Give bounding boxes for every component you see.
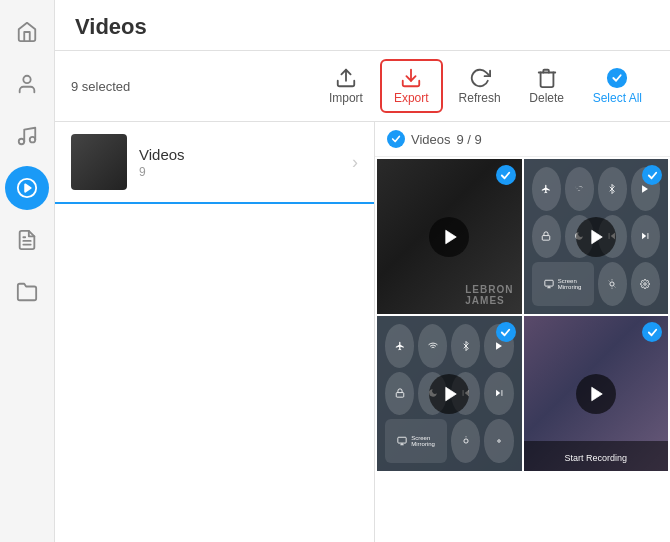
play-button-2[interactable]: [576, 217, 616, 257]
play-button-1[interactable]: [429, 217, 469, 257]
export-button[interactable]: Export: [380, 59, 443, 113]
cc-icon-bluetooth: [598, 167, 627, 211]
svg-marker-10: [446, 230, 457, 244]
cc3-icon-lock: [385, 372, 414, 416]
sidebar-item-music[interactable]: [5, 114, 49, 158]
svg-marker-11: [643, 185, 649, 193]
refresh-button[interactable]: Refresh: [447, 61, 513, 111]
delete-label: Delete: [529, 91, 564, 105]
cc3-icon-brightness: [451, 419, 480, 463]
cc3-icon-settings: [484, 419, 513, 463]
svg-marker-40: [592, 387, 603, 401]
page-header: Videos: [55, 0, 670, 51]
folder-thumb-image: [71, 134, 127, 190]
cc-icon-airplane: [532, 167, 561, 211]
cc-icon-brightness: [598, 262, 627, 306]
svg-marker-31: [496, 390, 500, 397]
export-label: Export: [394, 91, 429, 105]
video-item-3[interactable]: ScreenMirroring: [377, 316, 522, 471]
select-all-button[interactable]: Select All: [581, 61, 654, 111]
import-button[interactable]: Import: [316, 61, 376, 111]
right-panel: Videos 9 / 9 LE: [375, 122, 670, 542]
all-selected-check: [387, 130, 405, 148]
cc3-icon-skip-forward: [484, 372, 513, 416]
svg-marker-27: [496, 342, 502, 350]
play-button-4[interactable]: [576, 374, 616, 414]
videos-section-header: Videos 9 / 9: [375, 122, 670, 157]
svg-marker-4: [25, 184, 31, 191]
import-label: Import: [329, 91, 363, 105]
screen-recording-label: Start Recording: [524, 441, 669, 471]
svg-point-25: [644, 283, 647, 286]
folder-item-videos[interactable]: Videos 9 ›: [55, 122, 374, 204]
svg-rect-17: [545, 280, 553, 286]
svg-point-0: [23, 76, 30, 83]
cc-icon-skip-forward: [631, 215, 660, 259]
svg-point-20: [610, 282, 614, 286]
svg-point-36: [464, 439, 468, 443]
videos-section-ratio: 9 / 9: [457, 132, 482, 147]
folder-thumbnail: [71, 134, 127, 190]
svg-marker-15: [643, 233, 647, 240]
toolbar: 9 selected Import Export Refresh: [55, 51, 670, 122]
cc3-icon-airplane: [385, 324, 414, 368]
delete-button[interactable]: Delete: [517, 61, 577, 111]
svg-rect-33: [398, 437, 406, 443]
select-check-4[interactable]: [642, 322, 662, 342]
sidebar-item-files[interactable]: [5, 218, 49, 262]
sidebar-item-contacts[interactable]: [5, 62, 49, 106]
start-recording-text: Start Recording: [564, 453, 627, 463]
video-label-1: LEBRONJAMES: [465, 284, 513, 306]
refresh-label: Refresh: [459, 91, 501, 105]
video-grid: LEBRONJAMES: [375, 157, 670, 473]
svg-rect-28: [396, 393, 404, 398]
svg-point-38: [498, 440, 501, 443]
sidebar-item-videos[interactable]: [5, 166, 49, 210]
left-panel: Videos 9 ›: [55, 122, 375, 542]
sidebar-item-folder[interactable]: [5, 270, 49, 314]
video-item-1[interactable]: LEBRONJAMES: [377, 159, 522, 314]
folder-info: Videos 9: [139, 146, 352, 179]
select-check-1[interactable]: [496, 165, 516, 185]
sidebar-item-home[interactable]: [5, 10, 49, 54]
select-check-2[interactable]: [642, 165, 662, 185]
svg-point-9: [608, 69, 626, 87]
content-area: Videos 9 › Videos 9 / 9: [55, 122, 670, 542]
folder-name: Videos: [139, 146, 352, 163]
svg-point-2: [30, 137, 36, 143]
select-check-3[interactable]: [496, 322, 516, 342]
cc-icon-wifi: [565, 167, 594, 211]
svg-point-1: [19, 139, 25, 145]
play-button-3[interactable]: [429, 374, 469, 414]
sidebar: [0, 0, 55, 542]
svg-line-23: [609, 281, 610, 282]
cc-icon-settings: [631, 262, 660, 306]
video-item-2[interactable]: ScreenMirroring: [524, 159, 669, 314]
cc3-icon-bluetooth: [451, 324, 480, 368]
chevron-right-icon: ›: [352, 152, 358, 173]
folder-count: 9: [139, 165, 352, 179]
cc3-screen-mirroring: ScreenMirroring: [385, 419, 447, 463]
select-all-label: Select All: [593, 91, 642, 105]
svg-marker-26: [592, 230, 603, 244]
cc-icon-screen: ScreenMirroring: [532, 262, 594, 306]
videos-section-label: Videos: [411, 132, 451, 147]
selected-count: 9 selected: [71, 79, 130, 94]
svg-line-24: [615, 287, 616, 288]
cc-icon-lock: [532, 215, 561, 259]
main-area: Videos 9 selected Import Export: [55, 0, 670, 542]
page-title: Videos: [75, 14, 650, 40]
svg-rect-12: [542, 236, 550, 241]
cc3-icon-wifi: [418, 324, 447, 368]
video-item-4[interactable]: Start Recording: [524, 316, 669, 471]
svg-marker-39: [446, 387, 457, 401]
